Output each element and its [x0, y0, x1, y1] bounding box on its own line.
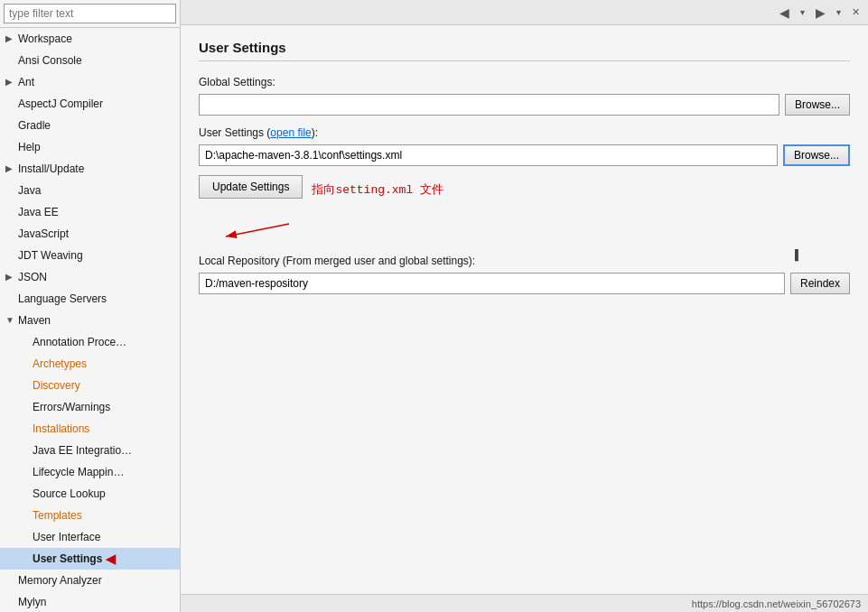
sidebar-item-annotation-proc[interactable]: Annotation Proce… [0, 331, 180, 353]
sidebar-item-memory-analyzer[interactable]: Memory Analyzer [0, 570, 180, 591]
open-file-link[interactable]: open file [270, 126, 311, 139]
tree-label: Mylyn [18, 593, 46, 611]
tree-label: Install/Update [18, 160, 84, 178]
tree-label: JSON [18, 268, 47, 286]
tree-label: Workspace [18, 30, 72, 48]
sidebar-item-templates[interactable]: Templates [0, 505, 180, 526]
status-bar: https://blog.csdn.net/weixin_56702673 [181, 594, 868, 612]
tree-label: Java EE [18, 203, 59, 221]
sidebar-item-gradle[interactable]: Gradle [0, 115, 180, 136]
global-settings-row: Browse... [199, 94, 850, 116]
tree-label: Annotation Proce… [33, 333, 126, 351]
sidebar-item-language-servers[interactable]: Language Servers [0, 288, 180, 310]
sidebar-item-java-ee[interactable]: Java EE [0, 201, 180, 223]
sidebar: ▶WorkspaceAnsi Console▶AntAspectJ Compil… [0, 0, 181, 612]
local-repo-label: Local Repository (From merged user and g… [199, 255, 850, 267]
tree-arrow: ▶ [5, 268, 18, 286]
tree-label: Lifecycle Mappin… [33, 463, 124, 481]
filter-input[interactable] [4, 4, 176, 23]
top-toolbar: ◀ ▾ ▶ ▾ ✕ [181, 0, 868, 25]
tree-label: User Settings [33, 550, 102, 568]
tree-arrow: ▶ [5, 160, 18, 178]
sidebar-item-json[interactable]: ▶JSON [0, 266, 180, 288]
sidebar-item-maven[interactable]: ▼Maven [0, 310, 180, 331]
tree-container: ▶WorkspaceAnsi Console▶AntAspectJ Compil… [0, 28, 180, 612]
user-settings-row: Browse... [199, 144, 850, 166]
forward-button[interactable]: ▶ [811, 3, 830, 23]
tree-label: Ant [18, 73, 34, 91]
sidebar-item-java[interactable]: Java [0, 180, 180, 201]
tree-label: JDT Weaving [18, 246, 83, 264]
page-title: User Settings [199, 40, 850, 61]
tree-label: Java [18, 181, 41, 199]
sidebar-item-archetypes[interactable]: Archetypes [0, 353, 180, 375]
arrow-annotation [199, 217, 850, 244]
tree-label: Language Servers [18, 290, 107, 308]
svg-line-0 [226, 224, 289, 236]
sidebar-item-lifecycle-mapping[interactable]: Lifecycle Mappin… [0, 461, 180, 483]
sidebar-item-user-interface[interactable]: User Interface [0, 526, 180, 548]
user-browse-button[interactable]: Browse... [783, 144, 850, 166]
sidebar-item-user-settings[interactable]: User Settings◀ [0, 548, 180, 570]
tree-label: Installations [33, 420, 89, 438]
sidebar-item-jdt-weaving[interactable]: JDT Weaving [0, 245, 180, 266]
tree-label: User Interface [33, 528, 100, 546]
user-settings-label: User Settings (open file): [199, 126, 850, 139]
tree-arrow: ▶ [5, 30, 18, 48]
sidebar-item-installations[interactable]: Installations [0, 418, 180, 440]
local-repo-row: Reindex [199, 273, 850, 294]
tree-label: Maven [18, 311, 51, 329]
global-browse-button[interactable]: Browse... [785, 94, 850, 116]
tree-label: Gradle [18, 116, 51, 134]
annotation-row: Update Settings 指向setting.xml 文件 [199, 175, 850, 204]
red-arrow: ◀ [106, 550, 116, 568]
update-settings-button[interactable]: Update Settings [199, 175, 303, 199]
tree-label: Source Lookup [33, 485, 106, 503]
tree-label: Templates [33, 506, 82, 524]
main-container: ▶WorkspaceAnsi Console▶AntAspectJ Compil… [0, 0, 868, 612]
sidebar-item-help[interactable]: Help [0, 136, 180, 158]
tree-label: Java EE Integratio… [33, 441, 132, 459]
annotation-text: 指向setting.xml 文件 [312, 181, 443, 198]
filter-box [0, 0, 180, 28]
forward-dropdown-button[interactable]: ▾ [832, 5, 845, 20]
status-url: https://blog.csdn.net/weixin_56702673 [692, 598, 861, 609]
global-settings-label: Global Settings: [199, 76, 850, 88]
sidebar-item-ansi-console[interactable]: Ansi Console [0, 50, 180, 71]
back-dropdown-button[interactable]: ▾ [796, 5, 809, 20]
tree-label: JavaScript [18, 225, 69, 243]
content-panel: ◀ ▾ ▶ ▾ ✕ User Settings Global Settings:… [181, 0, 868, 612]
sidebar-item-ant[interactable]: ▶Ant [0, 71, 180, 93]
sidebar-item-workspace[interactable]: ▶Workspace [0, 28, 180, 50]
tree-arrow: ▼ [5, 311, 18, 329]
tree-label: Memory Analyzer [18, 571, 102, 589]
sidebar-item-mylyn[interactable]: Mylyn [0, 591, 180, 612]
close-button[interactable]: ✕ [847, 4, 864, 21]
sidebar-item-java-ee-integration[interactable]: Java EE Integratio… [0, 440, 180, 461]
tree-label: AspectJ Compiler [18, 95, 103, 113]
sidebar-item-install-update[interactable]: ▶Install/Update [0, 158, 180, 180]
tree-label: Ansi Console [18, 51, 82, 70]
tree-label: Errors/Warnings [33, 398, 110, 416]
global-settings-input[interactable] [199, 94, 779, 116]
tree-label: Discovery [33, 376, 80, 394]
cursor-area: ▌ [199, 303, 850, 321]
local-repo-input[interactable] [199, 273, 785, 294]
tree-arrow: ▶ [5, 73, 18, 91]
tree-label: Help [18, 138, 41, 156]
sidebar-item-javascript[interactable]: JavaScript [0, 223, 180, 245]
tree-label: Archetypes [33, 355, 87, 373]
reindex-button[interactable]: Reindex [790, 273, 850, 294]
sidebar-item-discovery[interactable]: Discovery [0, 375, 180, 396]
sidebar-item-errors-warnings[interactable]: Errors/Warnings [0, 396, 180, 418]
sidebar-item-aspectj[interactable]: AspectJ Compiler [0, 93, 180, 115]
user-settings-input[interactable] [199, 144, 778, 166]
settings-content: User Settings Global Settings: Browse...… [181, 25, 868, 594]
back-button[interactable]: ◀ [775, 3, 794, 23]
sidebar-item-source-lookup[interactable]: Source Lookup [0, 483, 180, 505]
